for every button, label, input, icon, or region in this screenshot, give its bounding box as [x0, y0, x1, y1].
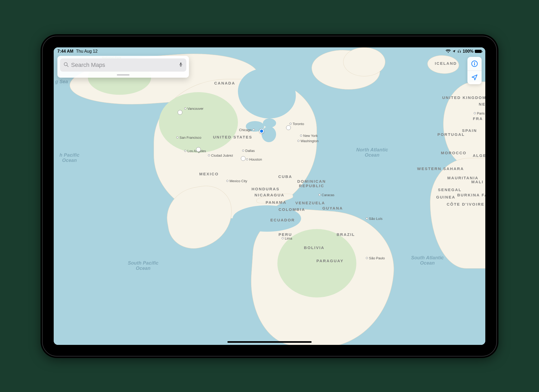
country-label: BRAZIL — [337, 232, 355, 236]
water-body — [263, 118, 276, 128]
city-label: Paris — [477, 111, 485, 115]
user-location-dot[interactable] — [259, 129, 264, 133]
highway-shield-icon — [241, 156, 246, 161]
ocean-label: South AtlanticOcean — [411, 255, 444, 266]
search-panel[interactable] — [57, 56, 189, 78]
city-marker[interactable] — [366, 217, 368, 220]
map-controls — [467, 57, 482, 84]
ocean-label: North AtlanticOcean — [356, 147, 388, 158]
city-marker[interactable] — [474, 112, 476, 114]
svg-point-0 — [64, 62, 67, 66]
highway-shield-icon — [178, 110, 182, 115]
wifi-icon — [446, 49, 451, 53]
city-label: São Luís — [369, 216, 382, 220]
highway-shield-icon — [196, 147, 201, 152]
map-canvas[interactable]: National Parkand Preserve CANADAUNITED S… — [54, 47, 485, 345]
country-label: MEXICO — [199, 171, 219, 176]
ocean-label: h PacificOcean — [59, 152, 79, 163]
city-label: Houston — [249, 157, 262, 161]
battery-percent: 100% — [463, 49, 473, 54]
city-marker[interactable] — [366, 257, 368, 259]
city-marker[interactable] — [318, 194, 321, 196]
city-marker[interactable] — [290, 123, 292, 125]
city-marker[interactable] — [300, 135, 302, 137]
country-label: PANAMA — [266, 200, 287, 204]
status-time: 7:44 AM — [57, 49, 73, 54]
city-label: Washington — [301, 139, 318, 143]
headphones-icon — [457, 49, 461, 53]
tracking-button[interactable] — [467, 71, 482, 84]
country-label: SPAIN — [462, 128, 477, 132]
country-label: WESTERN SAHARA — [417, 166, 464, 171]
country-label: MALI — [471, 179, 484, 184]
country-label: PARAGUAY — [316, 258, 343, 263]
search-input[interactable] — [71, 62, 176, 68]
screen: 7:44 AM Thu Aug 12 100% — [54, 47, 485, 345]
svg-rect-2 — [180, 62, 182, 65]
city-label: Lima — [285, 236, 292, 240]
city-label: Caracas — [322, 193, 334, 197]
city-label: Chicago — [239, 128, 252, 132]
country-label: CANADA — [214, 81, 235, 85]
search-field[interactable] — [60, 58, 186, 72]
country-label: NICARAGUA — [254, 192, 285, 197]
landmass — [430, 158, 485, 269]
country-label: COLOMBIA — [278, 207, 305, 211]
country-label: FRA — [473, 116, 483, 121]
city-marker[interactable] — [226, 180, 228, 182]
country-label: ECUADOR — [270, 217, 295, 222]
country-label: UNITED KINGDOM — [442, 95, 485, 100]
city-marker[interactable] — [242, 150, 244, 152]
country-label: BURKINA FASO — [457, 192, 485, 197]
status-date: Thu Aug 12 — [76, 49, 98, 54]
country-label: ALGE — [473, 153, 485, 157]
country-label: BOLIVIA — [304, 245, 325, 250]
search-icon — [63, 62, 69, 68]
map-info-button[interactable] — [467, 57, 482, 71]
country-label: ICELAND — [435, 61, 457, 65]
country-label: SENEGAL — [438, 187, 462, 192]
ocean-label: g Sea — [55, 79, 68, 84]
city-marker[interactable] — [246, 158, 248, 160]
country-label: NE — [479, 102, 485, 106]
city-label: Mexico City — [229, 179, 247, 183]
country-label: GUINEA — [436, 195, 455, 199]
country-label: VENEZUELA — [295, 200, 325, 205]
country-label: DOMINICANREPUBLIC — [297, 179, 326, 188]
svg-point-4 — [474, 62, 475, 63]
status-bar: 7:44 AM Thu Aug 12 100% — [54, 47, 485, 55]
city-label: San Francisco — [179, 135, 201, 139]
location-status-icon — [452, 49, 456, 53]
city-marker[interactable] — [208, 154, 210, 156]
city-label: Ciudad Juárez — [211, 153, 233, 157]
terrain — [159, 92, 238, 153]
highway-shield-icon — [286, 125, 291, 130]
city-marker[interactable] — [297, 140, 300, 142]
dictation-icon[interactable] — [178, 61, 183, 69]
city-label: New York — [303, 133, 318, 137]
home-indicator[interactable] — [227, 341, 312, 343]
country-label: PORTUGAL — [437, 132, 465, 136]
city-label: São Paulo — [369, 256, 385, 260]
city-label: Vancouver — [187, 106, 203, 110]
city-label: Dallas — [245, 148, 255, 152]
svg-line-1 — [67, 65, 68, 67]
city-marker[interactable] — [176, 136, 178, 138]
city-marker[interactable] — [184, 107, 186, 110]
water-body — [262, 126, 276, 142]
city-label: Toronto — [293, 122, 304, 126]
country-label: MOROCCO — [441, 150, 467, 155]
country-label: CÔTE D'IVOIRE — [447, 202, 485, 206]
country-label: PERU — [278, 232, 292, 236]
svg-rect-5 — [474, 63, 475, 65]
country-label: UNITED STATES — [213, 135, 252, 139]
panel-drag-handle[interactable] — [117, 74, 129, 76]
battery-icon — [475, 50, 482, 53]
city-marker[interactable] — [253, 129, 255, 131]
country-label: CUBA — [278, 174, 292, 178]
city-marker[interactable] — [282, 237, 284, 239]
city-marker[interactable] — [184, 150, 186, 152]
ipad-device-frame: 7:44 AM Thu Aug 12 100% — [41, 34, 498, 358]
country-label: GUYANA — [322, 206, 343, 210]
ocean-label: South PacificOcean — [128, 260, 159, 271]
